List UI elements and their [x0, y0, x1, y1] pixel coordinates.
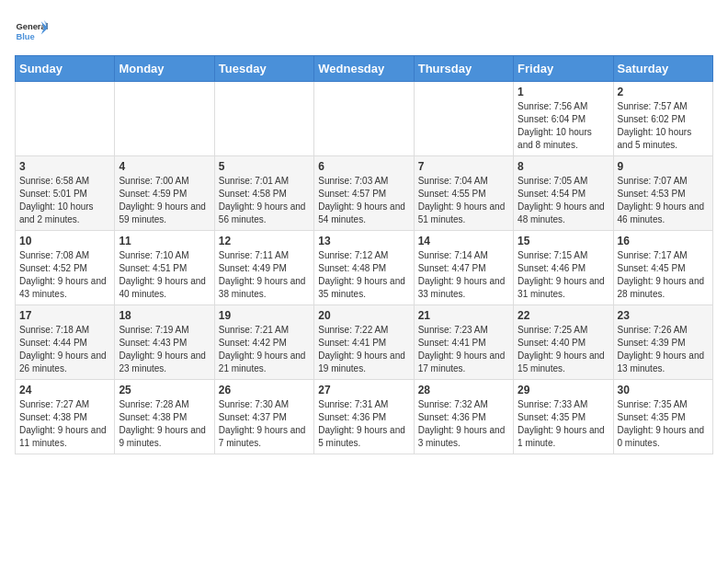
day-number: 6 — [318, 160, 409, 173]
day-info: Sunrise: 7:11 AM Sunset: 4:49 PM Dayligh… — [219, 249, 310, 301]
day-info: Sunrise: 7:22 AM Sunset: 4:41 PM Dayligh… — [318, 324, 409, 375]
day-number: 14 — [418, 235, 509, 247]
day-number: 11 — [119, 235, 210, 247]
day-number: 12 — [219, 235, 310, 247]
weekday-header-friday: Friday — [514, 56, 613, 82]
day-info: Sunrise: 7:57 AM Sunset: 6:02 PM Dayligh… — [618, 100, 709, 152]
day-number: 29 — [518, 384, 609, 396]
day-cell: 29Sunrise: 7:33 AM Sunset: 4:35 PM Dayli… — [514, 380, 613, 454]
svg-text:Blue: Blue — [16, 32, 34, 41]
week-row-3: 10Sunrise: 7:08 AM Sunset: 4:52 PM Dayli… — [16, 231, 713, 305]
day-cell: 13Sunrise: 7:12 AM Sunset: 4:48 PM Dayli… — [314, 231, 414, 305]
day-cell: 1Sunrise: 7:56 AM Sunset: 6:04 PM Daylig… — [514, 82, 613, 156]
day-cell: 9Sunrise: 7:07 AM Sunset: 4:53 PM Daylig… — [613, 156, 712, 231]
day-cell: 27Sunrise: 7:31 AM Sunset: 4:36 PM Dayli… — [314, 380, 414, 454]
day-cell: 26Sunrise: 7:30 AM Sunset: 4:37 PM Dayli… — [214, 380, 313, 454]
day-cell: 18Sunrise: 7:19 AM Sunset: 4:43 PM Dayli… — [115, 305, 214, 380]
day-number: 1 — [518, 86, 609, 98]
day-info: Sunrise: 7:12 AM Sunset: 4:48 PM Dayligh… — [318, 249, 409, 301]
weekday-header-tuesday: Tuesday — [214, 56, 313, 82]
day-cell — [214, 82, 313, 156]
day-info: Sunrise: 7:32 AM Sunset: 4:36 PM Dayligh… — [418, 398, 509, 450]
day-info: Sunrise: 7:05 AM Sunset: 4:54 PM Dayligh… — [518, 175, 609, 226]
day-number: 23 — [618, 309, 709, 322]
week-row-2: 3Sunrise: 6:58 AM Sunset: 5:01 PM Daylig… — [16, 156, 713, 231]
day-cell: 21Sunrise: 7:23 AM Sunset: 4:41 PM Dayli… — [414, 305, 513, 380]
day-info: Sunrise: 7:28 AM Sunset: 4:38 PM Dayligh… — [119, 398, 210, 450]
day-info: Sunrise: 7:01 AM Sunset: 4:58 PM Dayligh… — [219, 175, 310, 226]
day-number: 26 — [219, 384, 310, 396]
day-cell: 28Sunrise: 7:32 AM Sunset: 4:36 PM Dayli… — [414, 380, 513, 454]
weekday-header-saturday: Saturday — [613, 56, 712, 82]
day-info: Sunrise: 7:04 AM Sunset: 4:55 PM Dayligh… — [418, 175, 509, 226]
day-info: Sunrise: 7:21 AM Sunset: 4:42 PM Dayligh… — [219, 324, 310, 375]
day-cell: 16Sunrise: 7:17 AM Sunset: 4:45 PM Dayli… — [613, 231, 712, 305]
day-cell: 11Sunrise: 7:10 AM Sunset: 4:51 PM Dayli… — [115, 231, 214, 305]
day-info: Sunrise: 7:14 AM Sunset: 4:47 PM Dayligh… — [418, 249, 509, 301]
day-number: 15 — [518, 235, 609, 247]
day-info: Sunrise: 7:19 AM Sunset: 4:43 PM Dayligh… — [119, 324, 210, 375]
day-cell: 10Sunrise: 7:08 AM Sunset: 4:52 PM Dayli… — [16, 231, 115, 305]
day-cell: 20Sunrise: 7:22 AM Sunset: 4:41 PM Dayli… — [314, 305, 414, 380]
day-info: Sunrise: 7:07 AM Sunset: 4:53 PM Dayligh… — [618, 175, 709, 226]
day-cell: 12Sunrise: 7:11 AM Sunset: 4:49 PM Dayli… — [214, 231, 313, 305]
day-number: 4 — [119, 160, 210, 173]
day-number: 22 — [518, 309, 609, 322]
day-cell: 4Sunrise: 7:00 AM Sunset: 4:59 PM Daylig… — [115, 156, 214, 231]
day-cell — [414, 82, 513, 156]
day-number: 9 — [618, 160, 709, 173]
day-cell: 30Sunrise: 7:35 AM Sunset: 4:35 PM Dayli… — [613, 380, 712, 454]
day-number: 21 — [418, 309, 509, 322]
day-info: Sunrise: 7:33 AM Sunset: 4:35 PM Dayligh… — [518, 398, 609, 450]
day-cell: 25Sunrise: 7:28 AM Sunset: 4:38 PM Dayli… — [115, 380, 214, 454]
logo-icon: General Blue — [15, 15, 48, 48]
day-number: 20 — [318, 309, 409, 322]
day-cell — [16, 82, 115, 156]
day-number: 8 — [518, 160, 609, 173]
week-row-4: 17Sunrise: 7:18 AM Sunset: 4:44 PM Dayli… — [16, 305, 713, 380]
day-cell: 5Sunrise: 7:01 AM Sunset: 4:58 PM Daylig… — [214, 156, 313, 231]
day-cell: 6Sunrise: 7:03 AM Sunset: 4:57 PM Daylig… — [314, 156, 414, 231]
weekday-header-thursday: Thursday — [414, 56, 513, 82]
day-number: 10 — [19, 235, 110, 247]
day-number: 3 — [19, 160, 110, 173]
day-info: Sunrise: 7:15 AM Sunset: 4:46 PM Dayligh… — [518, 249, 609, 301]
day-info: Sunrise: 7:03 AM Sunset: 4:57 PM Dayligh… — [318, 175, 409, 226]
day-info: Sunrise: 7:08 AM Sunset: 4:52 PM Dayligh… — [19, 249, 110, 301]
week-row-1: 1Sunrise: 7:56 AM Sunset: 6:04 PM Daylig… — [16, 82, 713, 156]
day-info: Sunrise: 6:58 AM Sunset: 5:01 PM Dayligh… — [19, 175, 110, 226]
day-cell: 24Sunrise: 7:27 AM Sunset: 4:38 PM Dayli… — [16, 380, 115, 454]
weekday-header-monday: Monday — [115, 56, 214, 82]
day-info: Sunrise: 7:10 AM Sunset: 4:51 PM Dayligh… — [119, 249, 210, 301]
day-info: Sunrise: 7:31 AM Sunset: 4:36 PM Dayligh… — [318, 398, 409, 450]
day-number: 24 — [19, 384, 110, 396]
day-number: 7 — [418, 160, 509, 173]
day-number: 18 — [119, 309, 210, 322]
day-cell: 2Sunrise: 7:57 AM Sunset: 6:02 PM Daylig… — [613, 82, 712, 156]
day-number: 16 — [618, 235, 709, 247]
day-cell: 14Sunrise: 7:14 AM Sunset: 4:47 PM Dayli… — [414, 231, 513, 305]
day-cell: 15Sunrise: 7:15 AM Sunset: 4:46 PM Dayli… — [514, 231, 613, 305]
day-info: Sunrise: 7:18 AM Sunset: 4:44 PM Dayligh… — [19, 324, 110, 375]
day-cell: 23Sunrise: 7:26 AM Sunset: 4:39 PM Dayli… — [613, 305, 712, 380]
day-info: Sunrise: 7:23 AM Sunset: 4:41 PM Dayligh… — [418, 324, 509, 375]
day-info: Sunrise: 7:35 AM Sunset: 4:35 PM Dayligh… — [618, 398, 709, 450]
day-number: 30 — [618, 384, 709, 396]
day-number: 5 — [219, 160, 310, 173]
day-cell: 3Sunrise: 6:58 AM Sunset: 5:01 PM Daylig… — [16, 156, 115, 231]
day-cell — [115, 82, 214, 156]
day-number: 28 — [418, 384, 509, 396]
day-cell: 8Sunrise: 7:05 AM Sunset: 4:54 PM Daylig… — [514, 156, 613, 231]
day-cell: 7Sunrise: 7:04 AM Sunset: 4:55 PM Daylig… — [414, 156, 513, 231]
logo: General Blue — [15, 15, 48, 48]
weekday-header-wednesday: Wednesday — [314, 56, 414, 82]
day-info: Sunrise: 7:30 AM Sunset: 4:37 PM Dayligh… — [219, 398, 310, 450]
header: General Blue — [15, 15, 713, 48]
day-info: Sunrise: 7:17 AM Sunset: 4:45 PM Dayligh… — [618, 249, 709, 301]
day-number: 2 — [618, 86, 709, 98]
day-info: Sunrise: 7:25 AM Sunset: 4:40 PM Dayligh… — [518, 324, 609, 375]
weekday-header-sunday: Sunday — [16, 56, 115, 82]
day-cell — [314, 82, 414, 156]
day-number: 19 — [219, 309, 310, 322]
day-number: 27 — [318, 384, 409, 396]
